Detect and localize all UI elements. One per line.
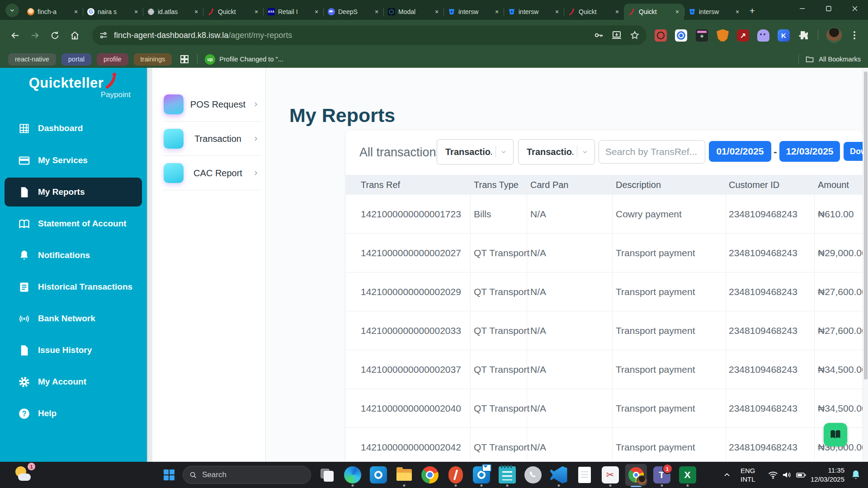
taskbar-icon-excel[interactable]: X	[675, 462, 700, 488]
tab-group-chip[interactable]: trainings	[134, 53, 172, 66]
sidebar-item-issue-history[interactable]: Issue History	[0, 336, 147, 365]
submenu-item-pos-request[interactable]: POS Request	[152, 87, 266, 122]
weather-widget[interactable]: 1	[12, 464, 36, 486]
phantom-extension-icon[interactable]	[757, 29, 769, 42]
tab-group-chip[interactable]: profile	[97, 53, 128, 66]
kite-extension-icon[interactable]	[778, 29, 790, 42]
close-button[interactable]	[842, 0, 868, 17]
scrollbar-thumb[interactable]	[864, 71, 868, 380]
tab-group-chip[interactable]: react-native	[8, 53, 56, 66]
new-tab-button[interactable]: +	[746, 5, 759, 17]
taskbar-icon-pen-app[interactable]	[443, 462, 468, 488]
tab-close-icon[interactable]: ×	[613, 8, 621, 16]
sourcetree-extension-icon[interactable]	[737, 29, 749, 42]
tab-close-icon[interactable]: ×	[252, 8, 260, 16]
browser-tab[interactable]: intersw×	[443, 4, 504, 20]
notification-bell-icon[interactable]	[850, 469, 862, 481]
recorder-extension-icon[interactable]	[675, 29, 687, 42]
minimize-button[interactable]	[789, 0, 816, 17]
home-button[interactable]	[66, 27, 83, 44]
taskbar-search[interactable]: Search	[183, 466, 311, 484]
sidebar-item-historical-transactions[interactable]: Historical Transactions	[0, 272, 147, 301]
tab-close-icon[interactable]: ×	[673, 8, 681, 16]
install-app-icon[interactable]	[611, 30, 622, 41]
browser-tab[interactable]: DeepS×	[323, 4, 383, 20]
date-to-button[interactable]: 12/03/2025	[779, 141, 840, 162]
browser-tab[interactable]: Gnaira s×	[83, 4, 143, 20]
browser-tab[interactable]: finch-a×	[23, 4, 83, 20]
site-settings-icon[interactable]	[99, 30, 108, 40]
taskbar-icon-chrome-active[interactable]	[623, 462, 649, 488]
transaction-type-dropdown[interactable]: Transactio...	[437, 139, 514, 164]
date-from-button[interactable]: 01/02/2025	[709, 141, 771, 162]
taskbar-icon-teams[interactable]: T1	[649, 462, 675, 488]
browser-tab[interactable]: Modal×	[383, 4, 443, 20]
tab-close-icon[interactable]: ×	[192, 8, 200, 16]
taskbar-icon-snipping-tool[interactable]: ✂	[597, 462, 623, 488]
sidebar-item-bank-network[interactable]: Bank Network	[0, 304, 147, 333]
reload-button[interactable]	[46, 27, 63, 44]
bookmark-star-icon[interactable]	[629, 30, 640, 41]
reader-extension-widget[interactable]	[824, 423, 847, 446]
bookmark-item[interactable]: up Profile Changed to "...	[205, 54, 283, 65]
submenu-item-cac-report[interactable]: CAC Report	[152, 156, 266, 190]
browser-tab[interactable]: Quickt×	[624, 4, 684, 20]
sidebar-item-my-account[interactable]: My Account	[0, 367, 147, 396]
back-button[interactable]	[6, 27, 24, 44]
browser-tab[interactable]: Quickt×	[203, 4, 263, 20]
taskbar-icon-edge[interactable]	[340, 462, 365, 488]
download-button[interactable]: Download	[844, 142, 863, 161]
sidebar-item-my-reports[interactable]: My Reports	[5, 178, 142, 206]
tab-search-button[interactable]	[5, 4, 19, 17]
maximize-button[interactable]	[816, 0, 842, 17]
language-indicator[interactable]: ENGINTL	[741, 466, 755, 483]
taskbar-icon-outlook-mail[interactable]	[468, 462, 494, 488]
taskbar-icon-outlook[interactable]	[365, 462, 391, 488]
address-bar[interactable]: finch-agent-dashboard.k8.isw.la/agent/my…	[92, 25, 646, 45]
sidebar-item-dashboard[interactable]: Dashboard	[0, 114, 147, 143]
tab-close-icon[interactable]: ×	[312, 8, 321, 16]
browser-tab[interactable]: intersw×	[684, 4, 744, 20]
forward-button[interactable]	[26, 27, 43, 44]
tab-close-icon[interactable]: ×	[132, 8, 140, 16]
browser-tab[interactable]: Quickt×	[564, 4, 624, 20]
tab-group-chip[interactable]: portal	[61, 53, 91, 66]
react-devtools-extension-icon[interactable]	[655, 29, 667, 42]
taskbar-icon-file-explorer[interactable]	[391, 462, 417, 488]
wifi-icon[interactable]	[768, 469, 778, 480]
passwords-key-icon[interactable]	[593, 30, 604, 41]
sidebar-item-help[interactable]: ?Help	[0, 399, 147, 428]
browser-tab[interactable]: AXARetail I×	[263, 4, 323, 20]
page-scrollbar[interactable]	[863, 68, 868, 462]
tab-close-icon[interactable]: ×	[553, 8, 561, 16]
taskbar-icon-task-view[interactable]	[314, 462, 340, 488]
tab-close-icon[interactable]: ×	[433, 8, 441, 16]
taskbar-icon-document[interactable]	[571, 462, 597, 488]
sidebar-item-notifications[interactable]: Notifications	[0, 241, 147, 270]
taskbar-icon-whatsapp[interactable]	[520, 462, 546, 488]
tray-chevron-up-icon[interactable]	[722, 470, 731, 479]
browser-tab[interactable]: intersw×	[504, 4, 564, 20]
tab-close-icon[interactable]: ×	[72, 8, 80, 16]
taskbar-icon-chrome[interactable]	[417, 462, 443, 488]
browser-menu-kebab-icon[interactable]	[850, 29, 859, 42]
clock[interactable]: 11:3512/03/2025	[811, 466, 844, 484]
taskbar-icon-notes[interactable]	[494, 462, 520, 488]
tab-close-icon[interactable]: ×	[733, 8, 741, 16]
tab-close-icon[interactable]: ×	[493, 8, 501, 16]
sidebar-item-my-services[interactable]: My Services	[0, 146, 147, 175]
search-input[interactable]	[599, 140, 705, 164]
all-bookmarks-button[interactable]: All Bookmarks	[797, 51, 861, 68]
tab-close-icon[interactable]: ×	[373, 8, 381, 16]
battery-icon[interactable]	[796, 469, 807, 480]
submenu-item-transaction[interactable]: Transaction	[152, 122, 266, 156]
sidebar-item-statement-of-account[interactable]: Statement of Account	[0, 209, 147, 238]
window-plus-extension-icon[interactable]	[695, 29, 708, 42]
transaction-status-dropdown[interactable]: Transactio...	[518, 139, 595, 164]
metamask-extension-icon[interactable]	[717, 29, 729, 42]
browser-tab[interactable]: id.atlas×	[143, 4, 203, 20]
extensions-puzzle-icon[interactable]	[798, 29, 810, 41]
start-button[interactable]	[164, 469, 175, 481]
profile-avatar[interactable]	[826, 28, 842, 43]
apps-grid-icon[interactable]	[179, 54, 190, 65]
